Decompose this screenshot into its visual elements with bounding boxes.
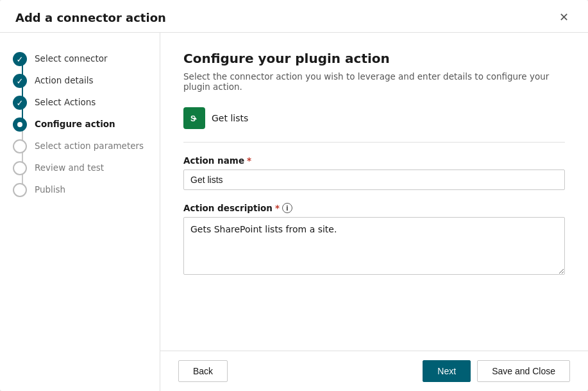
save-close-button[interactable]: Save and Close (477, 360, 570, 382)
modal-title: Add a connector action (15, 11, 166, 24)
step-circle-5 (13, 139, 27, 153)
check-icon-3: ✓ (17, 98, 24, 108)
sidebar: ✓ Select connector ✓ Action details ✓ Se… (0, 33, 160, 391)
sharepoint-icon: S (183, 107, 205, 129)
step-label-4: Configure action (35, 117, 115, 129)
action-name-group: Action name * (183, 155, 565, 190)
step-label-3: Select Actions (35, 96, 96, 107)
action-badge-label: Get lists (212, 113, 248, 123)
step-circle-7 (13, 183, 27, 197)
next-button[interactable]: Next (423, 360, 471, 382)
modal: Add a connector action ✕ ✓ Select connec… (0, 0, 588, 391)
action-description-input[interactable]: Gets SharePoint lists from a site. (183, 217, 565, 275)
sidebar-item-action-details[interactable]: ✓ Action details (0, 70, 160, 92)
main-content: Configure your plugin action Select the … (160, 33, 588, 391)
step-label-7: Publish (35, 183, 65, 195)
action-name-label: Action name * (183, 155, 565, 166)
action-badge: S Get lists (183, 107, 248, 129)
check-icon-1: ✓ (17, 55, 24, 64)
step-circle-4 (13, 117, 27, 132)
action-description-required: * (275, 203, 280, 213)
step-label-2: Action details (35, 74, 94, 85)
sidebar-item-select-connector[interactable]: ✓ Select connector (0, 48, 160, 70)
sidebar-item-publish[interactable]: Publish (0, 179, 160, 201)
info-icon: i (282, 203, 292, 213)
step-label-5: Select action parameters (35, 139, 144, 151)
sidebar-item-review-and-test[interactable]: Review and test (0, 157, 160, 179)
modal-body: ✓ Select connector ✓ Action details ✓ Se… (0, 33, 588, 391)
step-circle-6 (13, 161, 27, 175)
step-circle-3: ✓ (13, 96, 27, 110)
footer-right: Next Save and Close (423, 360, 570, 382)
action-description-label: Action description * i (183, 203, 565, 213)
action-name-required: * (247, 155, 251, 166)
section-divider (183, 142, 565, 143)
action-description-group: Action description * i Gets SharePoint l… (183, 203, 565, 277)
modal-header: Add a connector action ✕ (0, 0, 588, 33)
close-button[interactable]: ✕ (555, 10, 573, 24)
sidebar-item-select-actions[interactable]: ✓ Select Actions (0, 92, 160, 114)
step-label-6: Review and test (35, 161, 104, 173)
action-name-input[interactable] (183, 169, 565, 190)
check-icon-2: ✓ (17, 76, 24, 86)
dot-icon-4 (17, 122, 22, 127)
step-label-1: Select connector (35, 52, 108, 64)
step-circle-2: ✓ (13, 74, 27, 88)
content-title: Configure your plugin action (183, 51, 565, 66)
sidebar-item-select-action-parameters[interactable]: Select action parameters (0, 135, 160, 157)
step-circle-1: ✓ (13, 52, 27, 66)
modal-footer: Back Next Save and Close (160, 351, 588, 391)
footer-left: Back (178, 360, 228, 382)
content-area: Configure your plugin action Select the … (160, 33, 588, 351)
back-button[interactable]: Back (178, 360, 228, 382)
content-subtitle: Select the connector action you wish to … (183, 71, 565, 92)
sidebar-item-configure-action[interactable]: Configure action (0, 114, 160, 135)
close-icon: ✕ (559, 11, 569, 24)
